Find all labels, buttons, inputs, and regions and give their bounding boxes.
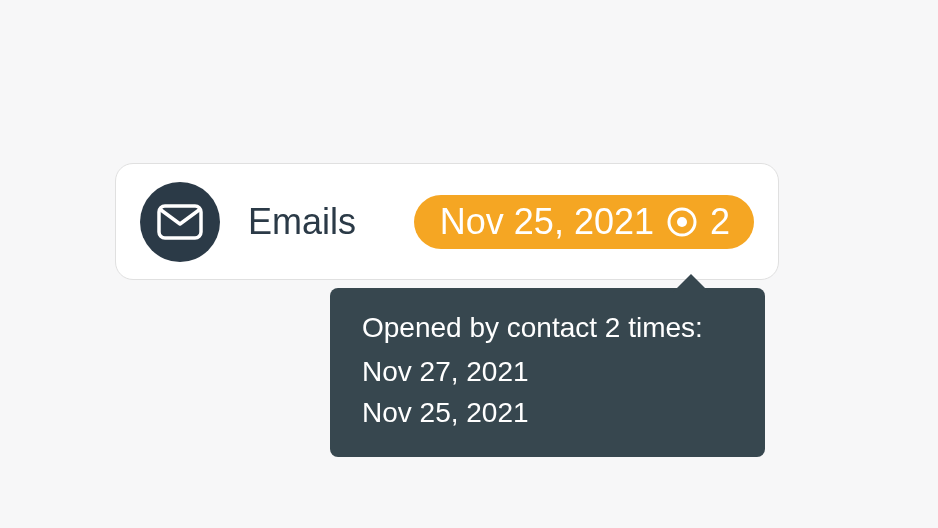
eye-icon <box>666 206 698 238</box>
mail-icon <box>157 204 203 240</box>
tooltip-header: Opened by contact 2 times: <box>362 312 733 344</box>
emails-card[interactable]: Emails Nov 25, 2021 2 <box>115 163 779 280</box>
tooltip-date-1: Nov 25, 2021 <box>362 393 733 434</box>
email-open-badge[interactable]: Nov 25, 2021 2 <box>414 195 754 249</box>
tooltip-date-0: Nov 27, 2021 <box>362 352 733 393</box>
badge-date: Nov 25, 2021 <box>440 201 654 243</box>
svg-point-2 <box>677 217 687 227</box>
emails-label: Emails <box>248 201 356 243</box>
mail-icon-circle <box>140 182 220 262</box>
badge-count: 2 <box>710 201 730 243</box>
open-history-tooltip: Opened by contact 2 times: Nov 27, 2021 … <box>330 288 765 457</box>
